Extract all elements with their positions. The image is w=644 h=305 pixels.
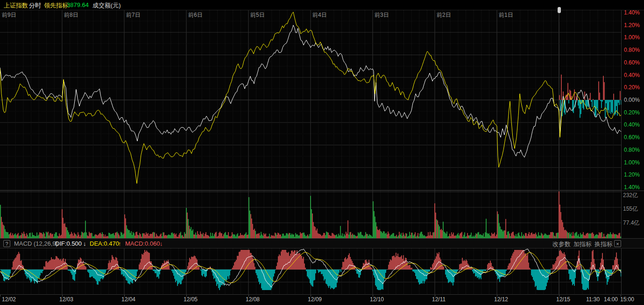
price-axis-label: 0.60%: [624, 134, 640, 141]
volume-plot[interactable]: [0, 191, 644, 238]
price-axis-label: 1.00%: [624, 34, 640, 41]
time-label: 14:00: [604, 296, 618, 303]
date-label: 12/09: [308, 296, 322, 303]
macd-hist-value: MACD:0.060: [125, 240, 160, 247]
price-axis-label: 0.20%: [624, 109, 640, 116]
date-label: 12/11: [432, 296, 446, 303]
symbol-name[interactable]: 上证指数: [4, 1, 28, 10]
price-axis-label: 1.00%: [624, 159, 640, 166]
axis-tick: [373, 295, 373, 297]
price-axis-label: 0.80%: [624, 47, 640, 53]
date-label: 12/03: [59, 296, 73, 303]
change-params-button[interactable]: 改参数: [552, 240, 571, 248]
volume-axis-label: 77.4亿: [623, 220, 639, 226]
macd-dif-value: DIF:0.500: [55, 240, 82, 247]
day-label: 前4日: [312, 12, 327, 18]
dea-up-arrow-icon: ↑: [118, 240, 121, 247]
divider-main-volume: [0, 191, 644, 191]
axis-tick: [62, 295, 63, 297]
price-axis-label: 0.80%: [624, 147, 640, 153]
price-axis-label: 1.20%: [624, 171, 640, 178]
date-label: 12/04: [121, 296, 135, 303]
time-label: 15:00: [620, 296, 634, 303]
day-label: 前3日: [375, 12, 389, 18]
main-chart-plot[interactable]: [0, 10, 644, 191]
axis-tick: [248, 295, 249, 297]
close-icon[interactable]: ×: [614, 240, 621, 247]
time-label: 11:30: [586, 296, 600, 303]
macd-dea-value: DEA:0.470: [90, 240, 119, 247]
axis-tick: [311, 295, 311, 297]
macd-indicator-name: MACD (12,26,9): [14, 240, 58, 247]
axis-tick: [186, 295, 187, 297]
add-indicator-button[interactable]: 加指标: [573, 240, 592, 248]
price-axis-label: 0.60%: [624, 59, 640, 66]
day-label: 前9日: [2, 12, 16, 18]
stock-app-window: 上证指数 分时 领先指标: 3879.64 成交额(元) ? MACD (12,…: [0, 0, 644, 305]
dif-down-arrow-icon: ↓: [83, 240, 86, 247]
date-axis: 12/0212/0312/0412/0512/0812/0912/1012/11…: [0, 295, 644, 305]
volume-axis-label: 232亿: [623, 192, 638, 199]
axis-tick: [124, 295, 125, 297]
day-label: 前6日: [188, 12, 203, 18]
period-label[interactable]: 分时: [29, 1, 41, 10]
date-label: 12/08: [246, 296, 260, 303]
day-label: 前1日: [499, 12, 513, 18]
date-label: 12/15: [556, 296, 570, 303]
day-boundary-handle[interactable]: [558, 7, 561, 13]
day-label: 前2日: [437, 12, 451, 18]
right-axis-border: [621, 10, 622, 294]
price-axis-label: 0.40%: [624, 121, 640, 128]
date-label: 12/12: [494, 296, 508, 303]
day-label: 前8日: [64, 12, 78, 18]
price-axis-label: 0.00%: [624, 97, 640, 103]
macd-header-bar: ? MACD (12,26,9) DIF:0.500 ↓ DEA:0.470 ↑…: [0, 238, 644, 248]
price-axis-label: 1.20%: [624, 22, 640, 28]
day-label: 前5日: [250, 12, 265, 18]
date-label: 12/02: [2, 296, 16, 303]
turnover-label: 成交额(元): [92, 1, 121, 10]
axis-tick: [497, 295, 497, 297]
header-bar: 上证指数 分时 领先指标: 3879.64 成交额(元): [0, 0, 644, 10]
axis-tick: [435, 295, 435, 297]
date-label: 12/10: [370, 296, 384, 303]
axis-tick: [621, 295, 621, 297]
price-axis-label: 0.40%: [624, 72, 640, 78]
axis-tick: [0, 295, 0, 297]
macd-down-arrow-icon: ↓: [160, 240, 163, 247]
date-label: 12/05: [184, 296, 198, 303]
axis-tick: [559, 295, 559, 297]
help-icon[interactable]: ?: [3, 240, 10, 247]
macd-plot[interactable]: [0, 248, 644, 294]
price-axis-label: 1.40%: [624, 184, 640, 191]
volume-axis-label: 155亿: [623, 206, 638, 212]
price-axis-label: 1.40%: [624, 9, 640, 16]
day-label: 前7日: [126, 12, 141, 18]
switch-indicator-button[interactable]: 换指标: [594, 240, 613, 248]
price-axis-label: 0.20%: [624, 84, 640, 91]
leading-indicator-value: 3879.64: [67, 1, 89, 8]
leading-indicator-label: 领先指标:: [44, 1, 70, 10]
